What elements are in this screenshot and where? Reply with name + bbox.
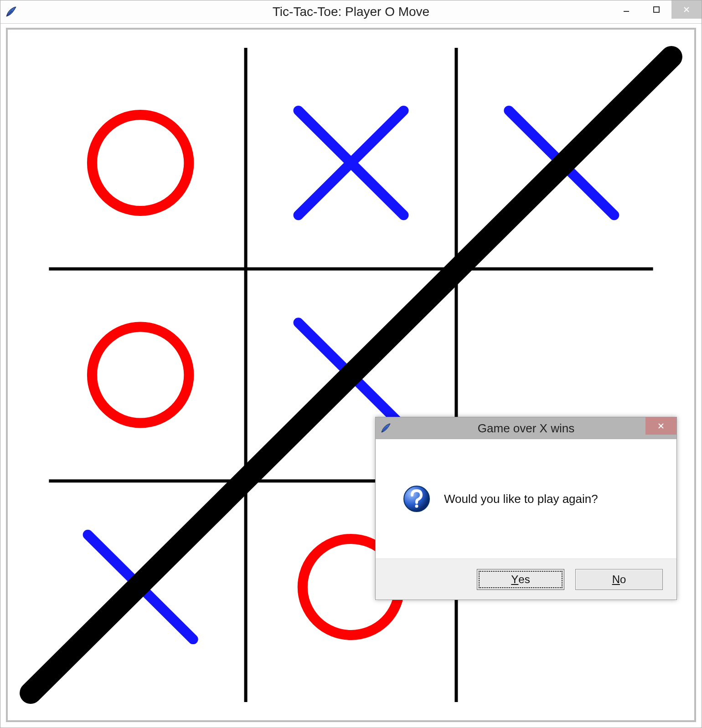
- game-over-dialog: Game over X wins: [375, 417, 677, 600]
- dialog-body: Would you like to play again?: [376, 439, 676, 559]
- dialog-title: Game over X wins: [376, 417, 676, 439]
- dialog-close-button[interactable]: [645, 417, 676, 435]
- game-canvas[interactable]: [6, 28, 696, 722]
- dialog-titlebar: Game over X wins: [376, 417, 676, 439]
- main-window: Tic-Tac-Toe: Player O Move: [0, 0, 702, 728]
- no-button[interactable]: No: [575, 569, 663, 590]
- mark-o: [92, 327, 189, 423]
- main-window-title: Tic-Tac-Toe: Player O Move: [0, 0, 702, 23]
- board-svg: [8, 30, 694, 720]
- mark-o: [92, 115, 189, 211]
- maximize-button[interactable]: [641, 0, 671, 19]
- question-icon: [403, 485, 430, 513]
- dialog-footer: Yes No: [376, 559, 676, 600]
- window-controls: [611, 0, 702, 22]
- svg-point-13: [415, 505, 418, 508]
- main-titlebar: Tic-Tac-Toe: Player O Move: [0, 0, 702, 24]
- dialog-message: Would you like to play again?: [444, 492, 598, 506]
- minimize-button[interactable]: [611, 0, 641, 19]
- close-button[interactable]: [671, 0, 702, 19]
- yes-button[interactable]: Yes: [477, 569, 564, 590]
- svg-rect-2: [654, 7, 659, 12]
